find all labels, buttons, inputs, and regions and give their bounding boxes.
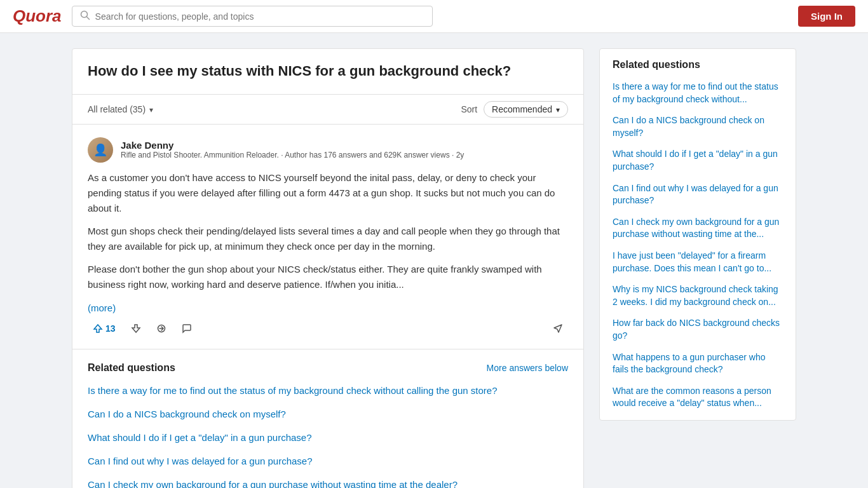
related-section-header: Related questions More answers below bbox=[88, 362, 568, 374]
inline-related-link[interactable]: Is there a way for me to find out the st… bbox=[88, 384, 568, 397]
author-info: Jake Denny Rifle and Pistol Shooter. Amm… bbox=[121, 140, 464, 159]
search-bar bbox=[72, 6, 433, 27]
comment-button[interactable] bbox=[177, 321, 197, 336]
svg-line-1 bbox=[86, 17, 89, 20]
sort-dropdown[interactable]: Recommended bbox=[484, 101, 568, 118]
sidebar-related-link[interactable]: Why is my NICS background check taking 2… bbox=[613, 283, 783, 308]
related-section-title: Related questions bbox=[88, 362, 175, 374]
sidebar-related-link[interactable]: How far back do NICS background checks g… bbox=[613, 317, 783, 342]
author-row: 👤 Jake Denny Rifle and Pistol Shooter. A… bbox=[88, 137, 568, 163]
inline-related-links: Is there a way for me to find out the st… bbox=[88, 384, 568, 488]
question-card: How do I see my status with NICS for a g… bbox=[72, 48, 584, 488]
sidebar-related-link[interactable]: Can I check my own background for a gun … bbox=[613, 216, 783, 241]
more-answers-below[interactable]: More answers below bbox=[487, 363, 568, 373]
filter-bar: All related (35) Sort Recommended bbox=[72, 95, 583, 125]
comment-icon bbox=[182, 323, 192, 334]
sidebar-related-link[interactable]: Can I find out why I was delayed for a g… bbox=[613, 182, 783, 207]
answer-text: As a customer you don't have access to N… bbox=[88, 170, 568, 292]
avatar-image: 👤 bbox=[88, 137, 113, 163]
send-icon bbox=[553, 323, 563, 334]
downvote-button[interactable] bbox=[126, 321, 146, 336]
avatar: 👤 bbox=[88, 137, 113, 163]
sidebar-card: Related questions Is there a way for me … bbox=[599, 48, 796, 421]
upvote-icon bbox=[93, 323, 103, 334]
quora-logo[interactable]: Quora bbox=[13, 6, 62, 26]
share-button[interactable] bbox=[151, 321, 172, 336]
all-related-label: All related (35) bbox=[88, 104, 146, 114]
inline-related-link[interactable]: Can I do a NICS background check on myse… bbox=[88, 407, 568, 421]
inline-related-link[interactable]: Can I check my own background for a gun … bbox=[88, 478, 568, 488]
upvote-button[interactable]: 13 bbox=[88, 321, 121, 336]
sort-label: Sort bbox=[461, 104, 477, 114]
related-section-inline: Related questions More answers below Is … bbox=[72, 349, 583, 488]
answer-actions: 13 bbox=[88, 321, 568, 336]
sidebar-related-link[interactable]: What should I do if I get a "delay" in a… bbox=[613, 148, 783, 173]
author-bio: Rifle and Pistol Shooter. Ammunition Rel… bbox=[121, 151, 464, 159]
sidebar-related-link[interactable]: What happens to a gun purchaser who fail… bbox=[613, 351, 783, 376]
sidebar-links: Is there a way for me to find out the st… bbox=[613, 81, 783, 410]
search-icon bbox=[80, 10, 90, 22]
sidebar-title: Related questions bbox=[613, 59, 783, 71]
answer-paragraph-1: As a customer you don't have access to N… bbox=[88, 170, 568, 216]
inline-related-link[interactable]: What should I do if I get a "delay" in a… bbox=[88, 431, 568, 444]
sidebar-related-link[interactable]: Is there a way for me to find out the st… bbox=[613, 81, 783, 105]
answer-card: 👤 Jake Denny Rifle and Pistol Shooter. A… bbox=[72, 125, 583, 349]
sort-chevron-icon bbox=[556, 104, 560, 114]
downvote-icon bbox=[131, 323, 141, 334]
main-container: How do I see my status with NICS for a g… bbox=[59, 48, 809, 488]
filter-chevron-icon bbox=[149, 104, 153, 114]
header: Quora Sign In bbox=[0, 0, 868, 33]
sidebar: Related questions Is there a way for me … bbox=[599, 48, 796, 421]
question-title: How do I see my status with NICS for a g… bbox=[72, 49, 583, 95]
sidebar-related-link[interactable]: I have just been "delayed" for a firearm… bbox=[613, 250, 783, 274]
sort-value: Recommended bbox=[492, 104, 552, 114]
sidebar-related-link[interactable]: Can I do a NICS background check on myse… bbox=[613, 114, 783, 139]
content-area: How do I see my status with NICS for a g… bbox=[72, 48, 584, 488]
sign-in-button[interactable]: Sign In bbox=[798, 6, 855, 27]
all-related-filter[interactable]: All related (35) bbox=[88, 104, 153, 114]
search-input[interactable] bbox=[95, 11, 425, 22]
author-name[interactable]: Jake Denny bbox=[121, 140, 464, 151]
upvote-count: 13 bbox=[105, 323, 116, 334]
send-button[interactable] bbox=[548, 321, 568, 336]
sort-area: Sort Recommended bbox=[461, 101, 568, 118]
answer-paragraph-2: Most gun shops check their pending/delay… bbox=[88, 224, 568, 254]
inline-related-link[interactable]: Can I find out why I was delayed for a g… bbox=[88, 454, 568, 468]
share-icon bbox=[156, 323, 166, 334]
answer-paragraph-3: Please don't bother the gun shop about y… bbox=[88, 262, 568, 292]
more-link[interactable]: (more) bbox=[88, 302, 568, 313]
sidebar-related-link[interactable]: What are the common reasons a person wou… bbox=[613, 385, 783, 410]
